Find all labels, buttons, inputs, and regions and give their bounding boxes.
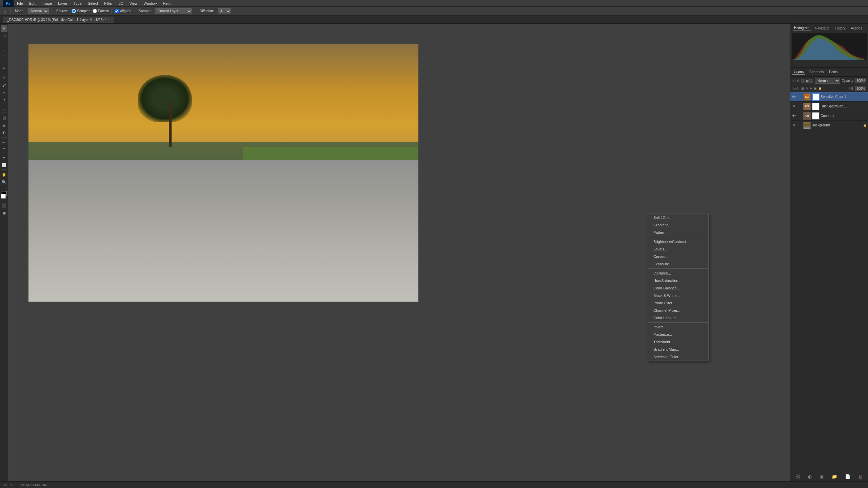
- ctx-color-balance[interactable]: Color Balance...: [648, 284, 708, 292]
- menu-type[interactable]: Type: [71, 1, 84, 6]
- tab-navigator[interactable]: Navigator: [814, 26, 831, 30]
- layer-row-selective-color[interactable]: 👁 SC Selective Color 1: [790, 92, 868, 102]
- sampled-radio[interactable]: Sampled: [72, 9, 90, 13]
- menu-file[interactable]: File: [14, 1, 26, 6]
- pattern-radio[interactable]: Pattern: [93, 9, 109, 13]
- layers-blend-controls: Kind ⬛▣⬛ Normal Opacity:: [790, 77, 868, 85]
- tab-channels[interactable]: Channels: [808, 69, 825, 75]
- background-color[interactable]: [1, 194, 6, 199]
- add-mask-button[interactable]: ▣: [820, 474, 824, 479]
- brush-tool[interactable]: 🖌: [1, 82, 7, 89]
- marquee-tool[interactable]: ▭: [1, 33, 7, 39]
- ctx-gradient[interactable]: Gradient...: [648, 221, 708, 229]
- layer-eye-selective-color[interactable]: 👁: [792, 95, 796, 99]
- menu-select[interactable]: Select: [85, 1, 101, 6]
- screen-mode-button[interactable]: ▣: [1, 209, 7, 216]
- layer-row-background[interactable]: 👁 Background 🔒: [790, 121, 868, 130]
- fill-input[interactable]: [855, 86, 866, 91]
- lock-transparent-icon[interactable]: ▩: [801, 87, 804, 90]
- tab-history[interactable]: History: [834, 26, 846, 30]
- blur-tool[interactable]: ◎: [1, 122, 7, 128]
- ctx-sep-1: [648, 237, 708, 237]
- menu-view[interactable]: View: [127, 1, 140, 6]
- quick-mask-button[interactable]: ⬛: [1, 202, 7, 209]
- tab-close-button[interactable]: ×: [108, 18, 110, 21]
- move-tool[interactable]: ✥: [1, 25, 7, 32]
- tab-paths[interactable]: Paths: [828, 69, 839, 75]
- ctx-exposure[interactable]: Exposure...: [648, 260, 708, 268]
- menu-edit[interactable]: Edit: [26, 1, 38, 6]
- healing-brush-tool[interactable]: ✤: [1, 75, 7, 81]
- quick-select-tool[interactable]: ⊙: [1, 47, 7, 54]
- sample-select[interactable]: Current Layer: [155, 8, 192, 14]
- eyedropper-tool[interactable]: ✒: [1, 65, 7, 72]
- ctx-solid-color[interactable]: Solid Color...: [648, 214, 708, 221]
- zoom-tool[interactable]: 🔍: [1, 179, 7, 185]
- ctx-color-lookup[interactable]: Color Lookup...: [648, 314, 708, 322]
- layer-row-curves[interactable]: 👁 Cu Curves 1: [790, 111, 868, 121]
- clone-stamp-tool[interactable]: ✦: [1, 89, 7, 96]
- opacity-input[interactable]: [855, 78, 866, 83]
- lock-all-icon[interactable]: 🔒: [818, 87, 822, 90]
- ctx-vibrance[interactable]: Vibrance...: [648, 269, 708, 277]
- ctx-threshold[interactable]: Threshold...: [648, 338, 708, 346]
- pen-tool[interactable]: ✏: [1, 139, 7, 146]
- diffusion-select[interactable]: 4: [218, 8, 231, 14]
- layer-eye-hue-saturation[interactable]: 👁: [792, 104, 796, 109]
- ctx-selective-color[interactable]: Selective Color...: [648, 353, 708, 361]
- dodge-tool[interactable]: ◐: [1, 129, 7, 136]
- crop-tool[interactable]: ⊡: [1, 57, 7, 64]
- lock-artboard-icon[interactable]: ▣: [814, 87, 817, 90]
- shape-tool[interactable]: ⬜: [1, 161, 7, 168]
- ctx-levels[interactable]: Levels...: [648, 245, 708, 253]
- ctx-channel-mixer[interactable]: Channel Mixer...: [648, 307, 708, 314]
- hand-tool[interactable]: ✋: [1, 171, 7, 178]
- ctx-curves[interactable]: Curves...: [648, 253, 708, 260]
- type-tool[interactable]: T: [1, 146, 7, 153]
- layer-row-hue-saturation[interactable]: 👁 HS Hue/Saturation 1: [790, 102, 868, 111]
- link-layers-button[interactable]: ⛓: [796, 474, 800, 479]
- layer-eye-curves[interactable]: 👁: [792, 114, 796, 118]
- opacity-label: Opacity:: [842, 79, 854, 83]
- tab-actions[interactable]: Actions: [850, 26, 863, 30]
- menu-layer[interactable]: Layer: [55, 1, 70, 6]
- mode-select[interactable]: Normal: [28, 8, 49, 14]
- diffusion-label: Diffusion:: [198, 8, 216, 14]
- layer-eye-background[interactable]: 👁: [792, 123, 796, 128]
- rocks-layer: [28, 160, 418, 302]
- menu-bar: Ps File Edit Image Layer Type Select Fil…: [0, 0, 868, 7]
- lasso-tool[interactable]: ⌒: [1, 40, 7, 47]
- history-brush-tool[interactable]: ↺: [1, 97, 7, 104]
- ctx-hue-saturation[interactable]: Hue/Saturation...: [648, 277, 708, 284]
- menu-help[interactable]: Help: [160, 1, 174, 6]
- ctx-posterize[interactable]: Posterize...: [648, 331, 708, 338]
- menu-window[interactable]: Window: [141, 1, 159, 6]
- document-tab[interactable]: _DSC8622-HDR.tif @ 33.1% (Selective Colo…: [3, 17, 114, 23]
- blend-mode-select[interactable]: Normal: [815, 78, 840, 84]
- menu-3d[interactable]: 3D: [116, 1, 126, 6]
- ctx-brightness-contrast[interactable]: Brightness/Contrast...: [648, 238, 708, 245]
- delete-layer-button[interactable]: 🗑: [858, 474, 863, 479]
- menu-image[interactable]: Image: [39, 1, 55, 6]
- eraser-tool[interactable]: ◻: [1, 104, 7, 111]
- main-area: ✥ ▭ ⌒ ⊙ ⊡ ✒ ✤ 🖌 ✦ ↺ ◻ ▤ ◎ ◐ ✏ T ▸ ⬜ ✋ 🔍 …: [0, 24, 868, 481]
- ctx-pattern[interactable]: Pattern...: [648, 229, 708, 236]
- tab-histogram[interactable]: Histogram: [793, 26, 811, 31]
- ctx-gradient-map[interactable]: Gradient Map...: [648, 346, 708, 353]
- path-selection-tool[interactable]: ▸: [1, 154, 7, 161]
- tab-filename: _DSC8622-HDR.tif @ 33.1% (Selective Colo…: [7, 18, 106, 22]
- gradient-tool[interactable]: ▤: [1, 114, 7, 121]
- tab-layers[interactable]: Layers: [792, 69, 805, 75]
- ctx-black-white[interactable]: Black & White...: [648, 292, 708, 299]
- aligned-checkbox[interactable]: Aligned: [115, 9, 131, 13]
- ctx-invert[interactable]: Invert: [648, 323, 708, 331]
- canvas-area[interactable]: Solid Color... Gradient... Pattern... Br…: [8, 24, 790, 481]
- add-adjustment-button[interactable]: ◐: [808, 474, 812, 479]
- menu-filter[interactable]: Filter: [101, 1, 115, 6]
- lock-position-icon[interactable]: ✤: [810, 87, 812, 90]
- layer-name-selective-color: Selective Color 1: [821, 95, 867, 99]
- ctx-photo-filter[interactable]: Photo Filter...: [648, 299, 708, 307]
- new-layer-button[interactable]: 📄: [845, 474, 850, 479]
- lock-image-icon[interactable]: ✎: [806, 87, 808, 90]
- new-group-button[interactable]: 📁: [832, 474, 837, 479]
